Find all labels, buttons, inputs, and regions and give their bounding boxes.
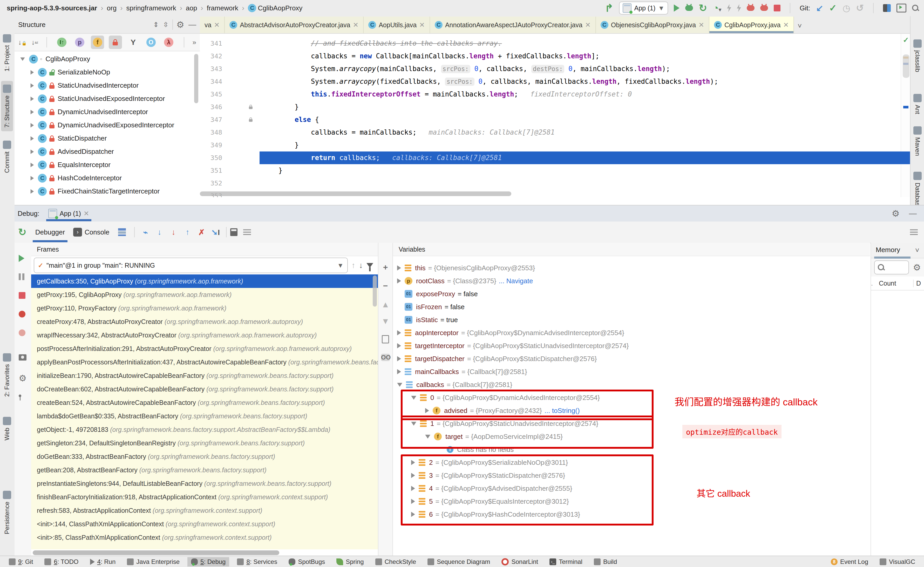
sort-by-visibility-icon[interactable]: ↓🔒 — [18, 38, 27, 46]
statusbar-item-event-log[interactable]: 8Event Log — [827, 557, 872, 567]
frames-vscrollbar[interactable] — [373, 276, 377, 307]
variable-link[interactable]: ... Navigate — [499, 277, 533, 285]
structure-tree-item[interactable]: CEqualsInterceptor — [15, 158, 200, 171]
sort-alphabetically-icon[interactable]: ↓ᵃᶻ — [32, 38, 38, 46]
git-update-icon[interactable]: ↙ — [816, 3, 823, 13]
breadcrumb-item[interactable]: CglibAopProxy — [258, 4, 302, 12]
more-actions-icon[interactable]: » — [192, 38, 196, 46]
layout-settings-icon[interactable] — [910, 229, 918, 236]
statusbar-item-checkstyle[interactable]: CheckStyle — [372, 557, 420, 567]
close-icon[interactable]: ✕ — [419, 21, 425, 28]
code-line[interactable]: System.arraycopy(mainCallbacks, srcPos: … — [262, 63, 910, 75]
structure-tree-item[interactable]: CStaticDispatcher — [15, 132, 200, 145]
thread-dump-icon[interactable] — [19, 354, 27, 360]
stack-frame-row[interactable]: getProxy:195, CglibAopProxy (org.springf… — [31, 288, 378, 302]
breadcrumb-item[interactable]: springframework — [126, 4, 176, 12]
gear-icon[interactable]: ⚙ — [176, 20, 184, 29]
memory-search-input[interactable] — [874, 260, 909, 274]
code-line[interactable]: } — [262, 139, 910, 152]
expander-closed-icon[interactable] — [31, 110, 34, 114]
code-line[interactable]: } — [262, 164, 910, 177]
structure-tree-item[interactable]: CAdvisedDispatcher — [15, 145, 200, 158]
stack-frame-row[interactable]: getBean:208, AbstractBeanFactory (org.sp… — [31, 463, 378, 477]
code-line[interactable] — [262, 177, 910, 190]
expander-open-icon[interactable] — [20, 57, 25, 61]
variable-row[interactable]: targetDispatcher= {CglibAopProxy$StaticD… — [393, 352, 870, 365]
line-number[interactable]: 353 — [200, 190, 222, 197]
variable-row[interactable]: 01exposeProxy= false — [393, 287, 870, 300]
line-number[interactable]: 343 — [200, 63, 222, 75]
run-to-cursor-icon[interactable]: ➘I — [209, 228, 222, 237]
layout-icon[interactable] — [118, 228, 126, 236]
thread-selector[interactable]: ✓ "main"@1 in group "main": RUNNING ▼ — [34, 258, 348, 273]
close-icon[interactable]: ✕ — [699, 21, 704, 28]
line-number[interactable]: 350 — [200, 152, 222, 164]
statusbar-item-sequence-diagram[interactable]: Sequence Diagram — [424, 557, 494, 567]
navigate-back-icon[interactable]: ↰ — [605, 3, 614, 13]
expander-closed-icon[interactable] — [31, 123, 34, 128]
close-icon[interactable]: ✕ — [783, 21, 789, 28]
sidebar-item-database[interactable]: Database — [912, 172, 924, 209]
duplicate-watch-icon[interactable] — [381, 335, 390, 345]
stack-frame-row[interactable]: <init>:85, ClassPathXmlApplicationContex… — [31, 531, 378, 544]
hide-frames-filter-icon[interactable] — [367, 263, 373, 268]
statusbar-item-git[interactable]: 9: Git — [5, 557, 37, 567]
collapse-all-icon[interactable]: ⇳ — [163, 21, 169, 29]
view-breakpoints-icon[interactable] — [19, 311, 26, 318]
expander-closed-icon[interactable] — [31, 163, 34, 167]
expander-closed-icon[interactable] — [31, 96, 34, 101]
debugger-settings-icon[interactable]: ⚙ — [19, 374, 27, 382]
stack-frame-row[interactable]: applyBeanPostProcessorsAfterInitializati… — [31, 356, 378, 369]
add-watch-icon[interactable]: + — [381, 262, 390, 272]
breadcrumb-item[interactable]: aop — [186, 4, 197, 12]
stop-icon[interactable] — [19, 292, 26, 299]
sidebar-item-commit[interactable]: Commit — [1, 141, 13, 173]
editor-tab[interactable]: va✕ — [200, 16, 225, 33]
editor-tab[interactable]: CAbstractAdvisorAutoProxyCreator.java✕ — [225, 16, 364, 33]
code-line[interactable]: } — [262, 100, 910, 113]
variable-row[interactable]: callbacks= {Callback[7]@2581} — [393, 378, 870, 391]
breadcrumb-item[interactable]: org — [107, 4, 117, 12]
breadcrumb[interactable]: spring-aop-5.3.9-sources.jar›org›springf… — [7, 4, 304, 12]
search-everywhere-icon[interactable] — [912, 4, 919, 11]
structure-tree-item[interactable]: CStaticUnadvisedInterceptor — [15, 79, 200, 92]
code-line[interactable]: else { — [262, 113, 910, 126]
expander-closed-icon[interactable] — [31, 83, 34, 88]
editor-tab[interactable]: CAopUtils.java✕ — [364, 16, 430, 33]
tab-console[interactable]: ›Console — [69, 222, 113, 242]
resume-icon[interactable] — [19, 255, 24, 264]
stack-frame-row[interactable]: lambda$doGetBean$0:335, AbstractBeanFact… — [31, 409, 378, 423]
structure-tree-item[interactable]: CFixedChainStaticTargetInterceptor — [15, 184, 200, 198]
frames-list[interactable]: getCallbacks:350, CglibAopProxy (org.spr… — [31, 274, 378, 549]
show-anonymous-classes-icon[interactable]: O — [144, 36, 158, 49]
memory-columns-header[interactable]: . Count D — [871, 276, 924, 291]
statusbar-item-todo[interactable]: 6: TODO — [41, 557, 82, 567]
stack-frame-row[interactable]: <init>:144, ClassPathXmlApplicationConte… — [31, 517, 378, 531]
show-fields-icon[interactable]: f — [91, 36, 104, 49]
line-number[interactable]: 352 — [200, 177, 222, 190]
rerun-icon[interactable]: ↻ — [18, 226, 27, 238]
statusbar-item-run[interactable]: 4: Run — [86, 557, 119, 567]
code-line[interactable]: callbacks = new Callback[mainCallbacks.l… — [262, 50, 910, 63]
stack-frame-row[interactable]: getSingleton:234, DefaultSingletonBeanRe… — [31, 436, 378, 450]
statusbar-item-sonarlint[interactable]: SonarLint — [498, 557, 542, 567]
stack-frame-row[interactable]: doCreateBean:602, AbstractAutowireCapabl… — [31, 382, 378, 396]
step-out-icon[interactable]: ↑ — [180, 228, 194, 237]
debug-session-tab[interactable]: App (1) ✕ — [46, 206, 92, 221]
hidden-tabs-chevron-icon[interactable]: ˅ — [798, 22, 802, 30]
variable-row[interactable]: this= {ObjenesisCglibAopProxy@2553} — [393, 261, 870, 274]
stack-frame-row[interactable]: refresh:583, AbstractApplicationContext … — [31, 504, 378, 517]
force-step-into-icon[interactable]: ↓ — [166, 228, 180, 237]
chevron-down-icon[interactable]: ˅ — [915, 247, 919, 254]
expander-closed-icon[interactable] — [31, 189, 34, 194]
close-icon[interactable]: ✕ — [585, 21, 591, 28]
show-execution-point-icon[interactable]: ⌁ — [138, 228, 152, 237]
close-icon[interactable]: ✕ — [353, 21, 358, 28]
debug-settings-gear-icon[interactable]: ⚙ — [892, 209, 900, 218]
minimize-icon[interactable]: — — [909, 209, 917, 218]
run-button[interactable] — [674, 4, 679, 12]
debug-with-coverage-icon[interactable] — [760, 5, 768, 11]
statusbar-item-spotbugs[interactable]: SpotBugs — [285, 557, 329, 567]
statusbar-item-visualgc[interactable]: VisualGC — [876, 557, 919, 567]
statusbar-item-debug[interactable]: 5: Debug — [188, 557, 229, 567]
